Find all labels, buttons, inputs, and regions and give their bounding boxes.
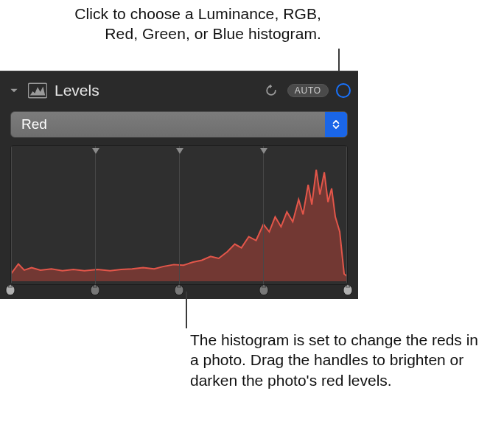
enable-toggle[interactable] xyxy=(336,83,351,98)
auto-button[interactable]: AUTO xyxy=(287,84,329,97)
histogram-gridline xyxy=(263,146,264,284)
histogram-gridline xyxy=(11,146,12,284)
levels-handle[interactable] xyxy=(342,284,354,296)
histogram-gridline xyxy=(95,146,96,284)
levels-panel: Levels AUTO Red xyxy=(0,71,358,299)
panel-title: Levels xyxy=(55,82,99,99)
levels-handle[interactable] xyxy=(258,284,270,296)
leader-line-bottom xyxy=(186,292,187,328)
dropdown-chevrons-icon xyxy=(325,112,347,137)
levels-handle[interactable] xyxy=(4,284,16,296)
levels-handle[interactable] xyxy=(89,284,101,296)
reset-button[interactable] xyxy=(262,82,280,99)
panel-header: Levels AUTO xyxy=(0,71,358,107)
callout-bottom: The histogram is set to change the reds … xyxy=(190,330,489,390)
dropdown-selected-label: Red xyxy=(11,116,325,133)
levels-handle[interactable] xyxy=(173,284,185,296)
histogram-gridline xyxy=(179,146,180,284)
histogram[interactable] xyxy=(10,145,348,285)
levels-histogram-icon xyxy=(28,82,47,99)
histogram-gridline xyxy=(346,146,347,284)
callout-top: Click to choose a Luminance, RGB, Red, G… xyxy=(49,4,321,44)
disclosure-chevron-icon[interactable] xyxy=(7,84,21,97)
handle-row xyxy=(10,283,348,296)
channel-dropdown[interactable]: Red xyxy=(10,111,348,138)
